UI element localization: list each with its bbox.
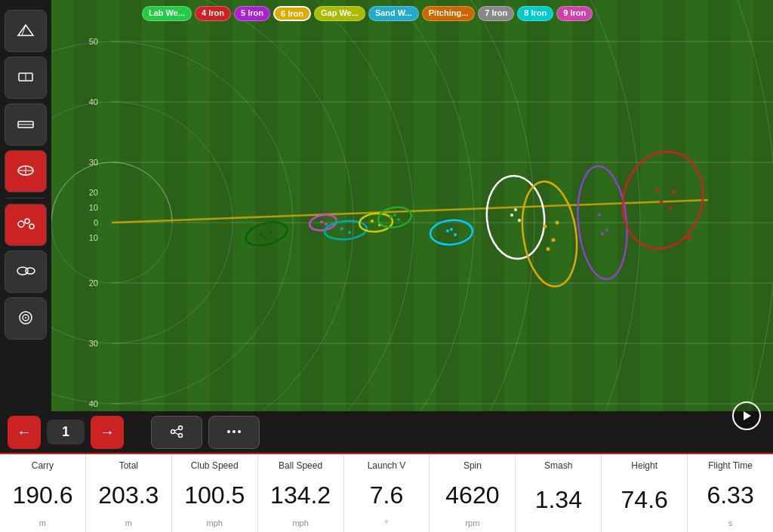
svg-point-58 xyxy=(325,223,328,226)
svg-point-95 xyxy=(179,433,183,437)
svg-point-61 xyxy=(348,231,351,234)
all-clubs-btn[interactable] xyxy=(5,297,47,340)
svg-point-80 xyxy=(547,248,550,251)
stat-spin: Spin4620rpm xyxy=(430,454,516,532)
svg-point-84 xyxy=(605,229,608,232)
stat-smash: Smash1.34 xyxy=(516,454,602,532)
svg-point-91 xyxy=(688,236,691,240)
svg-point-83 xyxy=(598,214,601,217)
stat-value: 190.6 xyxy=(12,483,72,507)
svg-point-71 xyxy=(454,233,457,236)
club-tab-6iron[interactable]: 6 Iron xyxy=(273,6,311,21)
svg-point-68 xyxy=(393,214,396,217)
stat-value: 4620 xyxy=(445,483,499,507)
svg-text:40: 40 xyxy=(89,97,98,106)
stat-label: Smash xyxy=(544,460,572,471)
sidebar-divider-1 xyxy=(7,198,45,198)
club-tab-gapwe...[interactable]: Gap We... xyxy=(314,6,365,21)
club-tabs: Lab We...4 Iron5 Iron6 IronGap We...Sand… xyxy=(142,6,593,21)
stat-clubspeed: Club Speed100.5mph xyxy=(172,454,258,532)
stat-unit: m xyxy=(39,518,46,527)
club-tab-labwe...[interactable]: Lab We... xyxy=(142,6,192,21)
perspective-btn[interactable] xyxy=(5,10,47,52)
play-button[interactable] xyxy=(732,401,761,430)
shot-counter: 1 xyxy=(47,420,85,444)
svg-point-67 xyxy=(397,218,400,221)
svg-marker-92 xyxy=(744,411,751,420)
top-btn[interactable] xyxy=(5,150,47,192)
svg-point-88 xyxy=(669,206,673,210)
svg-point-72 xyxy=(450,228,453,231)
stat-label: Height xyxy=(631,460,658,471)
more-button[interactable] xyxy=(208,416,260,449)
stat-launchv: Launch V7.6° xyxy=(344,454,430,532)
svg-point-9 xyxy=(25,219,29,223)
svg-text:10: 10 xyxy=(89,233,98,242)
svg-point-8 xyxy=(18,221,24,227)
stat-label: Launch V xyxy=(368,460,406,471)
club-tab-sandw...[interactable]: Sand W... xyxy=(368,6,419,21)
svg-text:50: 50 xyxy=(89,37,98,46)
chart-svg: 50 40 30 20 10 0 10 20 30 40 50 50 100 1… xyxy=(51,0,773,445)
svg-point-63 xyxy=(371,220,374,223)
club-tab-8iron[interactable]: 8 Iron xyxy=(517,6,553,21)
next-shot-button[interactable]: → xyxy=(91,416,124,449)
stat-unit: mph xyxy=(207,518,223,527)
svg-point-85 xyxy=(601,232,604,235)
svg-point-98 xyxy=(227,430,230,433)
club-tab-5iron[interactable]: 5 Iron xyxy=(234,6,270,21)
svg-text:10: 10 xyxy=(89,203,98,212)
svg-point-74 xyxy=(510,214,513,217)
svg-point-12 xyxy=(26,268,35,274)
stat-total: Total203.3m xyxy=(86,454,172,532)
stat-unit: rpm xyxy=(465,518,479,527)
svg-text:0: 0 xyxy=(94,218,98,227)
svg-point-81 xyxy=(556,221,559,225)
prev-shot-button[interactable]: ← xyxy=(8,416,41,449)
svg-text:20: 20 xyxy=(89,188,98,197)
stat-value: 134.2 xyxy=(270,483,331,507)
stat-label: Ball Speed xyxy=(279,460,322,471)
stat-label: Carry xyxy=(32,460,54,471)
svg-point-94 xyxy=(171,429,175,433)
stat-value: 1.34 xyxy=(535,487,582,512)
svg-point-87 xyxy=(656,189,660,192)
side-btn[interactable] xyxy=(5,103,47,146)
shot-number: 1 xyxy=(54,424,77,440)
svg-point-93 xyxy=(179,426,183,429)
chart-area: Lab We...4 Iron5 Iron6 IronGap We...Sand… xyxy=(51,0,773,445)
stat-label: Flight Time xyxy=(708,460,753,471)
svg-text:40: 40 xyxy=(89,399,98,408)
stat-height: Height74.6 xyxy=(602,454,688,532)
club-tab-4iron[interactable]: 4 Iron xyxy=(195,6,231,21)
svg-point-79 xyxy=(552,238,556,242)
svg-point-66 xyxy=(390,215,393,218)
stat-unit: m xyxy=(125,518,132,527)
club-tab-7iron[interactable]: 7 Iron xyxy=(478,6,514,21)
svg-point-78 xyxy=(544,225,547,229)
all-shots-btn[interactable] xyxy=(5,204,47,246)
svg-text:30: 30 xyxy=(89,339,98,348)
svg-point-57 xyxy=(320,220,323,223)
club-tab-9iron[interactable]: 9 Iron xyxy=(556,6,593,21)
svg-point-70 xyxy=(446,229,449,232)
stat-value: 7.6 xyxy=(370,483,403,507)
share-button[interactable] xyxy=(151,416,202,449)
stat-unit: s xyxy=(728,518,733,527)
stat-value: 100.5 xyxy=(184,483,245,507)
dtl-btn[interactable] xyxy=(5,57,47,99)
svg-point-75 xyxy=(518,219,521,222)
svg-point-55 xyxy=(263,236,266,239)
stat-ballspeed: Ball Speed134.2mph xyxy=(258,454,344,532)
club-tab-pitching...[interactable]: Pitching... xyxy=(422,6,476,21)
bottom-controls: ← 1 → xyxy=(0,411,773,453)
stat-label: Spin xyxy=(463,460,482,471)
stat-carry: Carry190.6m xyxy=(0,454,86,532)
svg-text:20: 20 xyxy=(89,278,98,288)
svg-point-89 xyxy=(660,201,664,204)
stat-label: Club Speed xyxy=(191,460,239,471)
stat-unit: ° xyxy=(385,518,388,527)
svg-point-54 xyxy=(269,231,272,234)
stat-label: Total xyxy=(119,460,138,471)
grouping-btn[interactable] xyxy=(5,251,47,293)
